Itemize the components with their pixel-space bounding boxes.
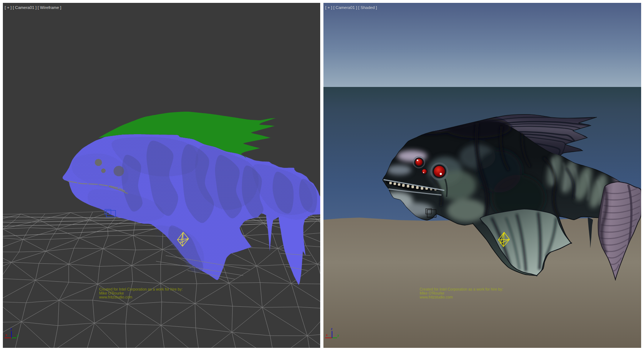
svg-text:y: y [17, 334, 19, 337]
svg-text:z: z [10, 327, 12, 331]
svg-text:y: y [337, 334, 339, 337]
svg-text:[ + ] [ Camera01 ] [ Wireframe: [ + ] [ Camera01 ] [ Wireframe ] [5, 5, 61, 10]
svg-text:[ + ] [ Camera01 ] [ Shaded ]: [ + ] [ Camera01 ] [ Shaded ] [325, 5, 377, 10]
svg-text:www.fritzstudio.com: www.fritzstudio.com [419, 295, 453, 299]
svg-text:www.fritzstudio.com: www.fritzstudio.com [99, 295, 132, 299]
svg-text:z: z [331, 327, 333, 331]
svg-text:x: x [326, 333, 328, 337]
svg-text:x: x [5, 333, 7, 337]
